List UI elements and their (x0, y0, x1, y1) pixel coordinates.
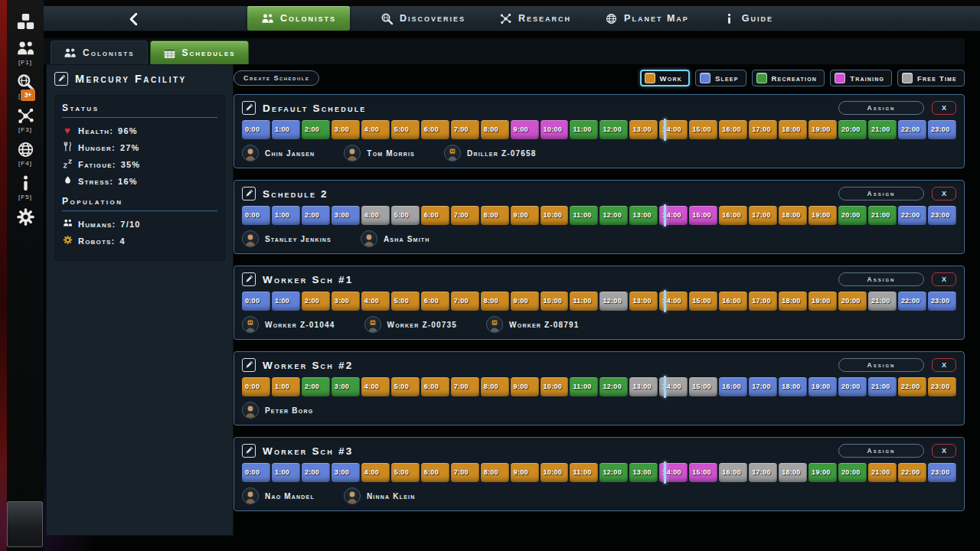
colonist-chip[interactable]: Peter Borg (242, 402, 313, 419)
hour-block[interactable]: 16:00 (719, 377, 747, 396)
tab-discoveries[interactable]: Discoveries (377, 6, 469, 31)
hour-block[interactable]: 22:00 (898, 206, 926, 225)
hour-block[interactable]: 2:00 (302, 206, 330, 225)
hour-block[interactable]: 12:00 (599, 292, 628, 311)
hour-block[interactable]: 12:00 (599, 377, 628, 396)
hour-block[interactable]: 4:00 (361, 206, 390, 225)
hour-block[interactable]: 2:00 (302, 292, 330, 311)
hour-block[interactable]: 3:00 (332, 292, 360, 311)
hour-block[interactable]: 17:00 (749, 206, 777, 225)
colonist-chip[interactable]: Driller Z-07658 (444, 145, 537, 161)
hour-block[interactable]: 23:00 (928, 463, 956, 482)
hour-block[interactable]: 9:00 (511, 206, 539, 225)
hour-block[interactable]: 23:00 (928, 206, 956, 225)
hour-block[interactable]: 11:00 (570, 120, 598, 139)
hour-block[interactable]: 0:00 (242, 463, 270, 482)
hour-block[interactable]: 13:00 (629, 463, 658, 482)
hour-block[interactable]: 9:00 (511, 463, 539, 482)
hour-block[interactable]: 7:00 (451, 463, 479, 482)
hour-block[interactable]: 1:00 (272, 292, 300, 311)
hour-block[interactable]: 16:00 (719, 292, 747, 311)
hour-block[interactable]: 8:00 (481, 206, 509, 225)
hour-block[interactable]: 9:00 (511, 377, 539, 396)
hour-block[interactable]: 9:00 (511, 120, 539, 139)
delete-schedule-button[interactable]: X (932, 358, 956, 372)
hour-block[interactable]: 3:00 (332, 206, 360, 225)
assign-button[interactable]: Assign (838, 358, 924, 372)
hour-block[interactable]: 15:00 (689, 463, 717, 482)
edit-facility-name-button[interactable] (54, 72, 68, 86)
hour-block[interactable]: 21:00 (868, 463, 897, 482)
hour-block[interactable]: 7:00 (451, 377, 479, 396)
hour-block[interactable]: 3:00 (332, 463, 360, 482)
hour-block[interactable]: 4:00 (361, 463, 390, 482)
colonist-chip[interactable]: Worker Z-01044 (242, 316, 335, 333)
sidebar-item-resources[interactable] (16, 12, 35, 32)
delete-schedule-button[interactable]: X (932, 272, 956, 286)
sidebar-item-research[interactable]: [F3] (16, 106, 35, 133)
legend-recreation-button[interactable]: Recreation (752, 70, 825, 86)
hour-block[interactable]: 20:00 (838, 120, 867, 139)
legend-work-button[interactable]: Work (640, 70, 690, 86)
sub-tab-colonists[interactable]: Colonists (51, 41, 148, 64)
hour-block[interactable]: 8:00 (481, 120, 509, 139)
hour-block[interactable]: 22:00 (898, 463, 926, 482)
hour-block[interactable]: 17:00 (749, 377, 777, 396)
hour-block[interactable]: 17:00 (749, 120, 777, 139)
hour-block[interactable]: 23:00 (928, 377, 956, 396)
edit-schedule-name-button[interactable] (242, 272, 256, 286)
edit-schedule-name-button[interactable] (242, 187, 256, 201)
hour-block[interactable]: 4:00 (361, 377, 390, 396)
hour-block[interactable]: 15:00 (689, 377, 717, 396)
hour-block[interactable]: 19:00 (808, 463, 837, 482)
sidebar-item-colonists[interactable]: [F1] (16, 39, 35, 66)
hour-block[interactable]: 15:00 (689, 120, 717, 139)
create-schedule-button[interactable]: Create Schedule (234, 70, 319, 86)
colonist-chip[interactable]: Tom Morris (344, 145, 415, 161)
tab-research[interactable]: Research (496, 6, 574, 31)
hour-block[interactable]: 19:00 (808, 120, 837, 139)
hour-block[interactable]: 18:00 (779, 120, 807, 139)
hour-block[interactable]: 18:00 (779, 206, 807, 225)
sidebar-item-planet-map[interactable]: [F4] (16, 140, 35, 167)
hour-block[interactable]: 6:00 (421, 206, 449, 225)
colonist-chip[interactable]: Ninna Klein (344, 487, 415, 504)
edit-schedule-name-button[interactable] (242, 444, 256, 458)
hour-block[interactable]: 5:00 (391, 292, 420, 311)
hour-block[interactable]: 9:00 (511, 292, 539, 311)
hour-block[interactable]: 11:00 (570, 292, 598, 311)
hour-block[interactable]: 3:00 (332, 120, 360, 139)
hour-block[interactable]: 16:00 (719, 206, 747, 225)
hour-block[interactable]: 8:00 (481, 463, 509, 482)
hour-block[interactable]: 11:00 (570, 463, 598, 482)
hour-block[interactable]: 15:00 (689, 206, 717, 225)
tab-planet-map[interactable]: Planet Map (602, 6, 692, 31)
tab-colonists[interactable]: Colonists (247, 6, 350, 31)
colonist-chip[interactable]: Worker Z-08791 (486, 316, 580, 333)
hour-block[interactable]: 10:00 (541, 120, 569, 139)
delete-schedule-button[interactable]: X (932, 101, 956, 115)
hour-block[interactable]: 21:00 (868, 292, 897, 311)
colonist-chip[interactable]: Nao Mandel (242, 487, 315, 504)
back-button[interactable] (124, 9, 144, 29)
hour-block[interactable]: 19:00 (808, 292, 837, 311)
hour-block[interactable]: 1:00 (272, 120, 300, 139)
colonist-chip[interactable]: Asha Smith (361, 230, 430, 247)
hour-block[interactable]: 12:00 (599, 120, 628, 139)
hour-block[interactable]: 5:00 (391, 120, 420, 139)
hour-block[interactable]: 6:00 (421, 377, 449, 396)
hour-block[interactable]: 15:00 (689, 292, 717, 311)
hour-block[interactable]: 11:00 (570, 206, 598, 225)
hour-block[interactable]: 13:00 (629, 292, 658, 311)
hour-block[interactable]: 0:00 (242, 292, 270, 311)
hour-block[interactable]: 5:00 (391, 377, 420, 396)
tab-guide[interactable]: Guide (720, 6, 776, 31)
hour-block[interactable]: 10:00 (541, 292, 569, 311)
hour-block[interactable]: 0:00 (242, 120, 270, 139)
hour-block[interactable]: 1:00 (272, 206, 300, 225)
hour-block[interactable]: 3:00 (332, 377, 360, 396)
hour-block[interactable]: 10:00 (541, 463, 569, 482)
hour-block[interactable]: 18:00 (779, 377, 807, 396)
delete-schedule-button[interactable]: X (932, 187, 956, 201)
hour-block[interactable]: 7:00 (451, 206, 479, 225)
